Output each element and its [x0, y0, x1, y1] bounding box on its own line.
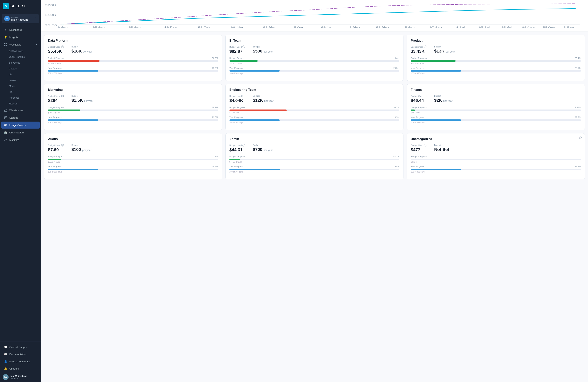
budget-metric: Budget $500 per year — [253, 45, 273, 54]
budget-progress-bar-fill — [48, 109, 80, 111]
sidebar-sub-item-fivetran[interactable]: Fivetran — [1, 101, 40, 106]
budget-used-metric: Budget Used i $5.45K — [48, 45, 64, 54]
budget-metric: Budget Not Set — [434, 144, 449, 152]
budget-used-metric: Budget Used i $82.87 — [230, 45, 245, 54]
card-admin: Admin Budget Used i $44.31 Budget $700 p… — [225, 133, 404, 179]
sidebar-item-label: Warehouses — [9, 109, 23, 112]
year-progress-bar-bg — [48, 70, 218, 72]
sidebar-item-workloads[interactable]: Workloads ▾ — [1, 41, 40, 48]
sidebar-item-label: Insights — [9, 36, 18, 39]
account-info: Account Main Account — [11, 16, 33, 21]
chevron-icon: ⌃ — [35, 17, 37, 20]
logo-icon: S — [3, 3, 9, 9]
budget-progress-section: Budget Progress 33.7% $4.04K of $12K — [230, 106, 399, 114]
sidebar-item-contact-support[interactable]: 💬 Contact Support — [1, 343, 40, 350]
sidebar: S SELECT ✦ Account Main Account ⌃ ⌂ Dash… — [0, 0, 41, 382]
svg-text:29 Jul: 29 Jul — [502, 26, 512, 28]
svg-rect-2 — [4, 45, 5, 46]
budget-used-info-icon[interactable]: i — [424, 95, 426, 97]
sidebar-sub-item-periscope[interactable]: Periscope — [1, 95, 40, 101]
sidebar-sub-item-hex[interactable]: Hex — [1, 89, 40, 95]
budget-progress-label: Budget Progress — [48, 106, 64, 108]
budget-progress-bar-fill — [48, 159, 61, 160]
year-progress-bar-bg — [230, 119, 399, 121]
budget-used-info-icon[interactable]: i — [424, 144, 426, 147]
budget-value: $13K per year — [434, 49, 455, 54]
sidebar-item-label: Storage — [9, 116, 18, 119]
sidebar-sub-item-dbt[interactable]: dbt — [1, 72, 40, 77]
budget-used-metric: Budget Used i $477 — [411, 144, 426, 152]
sidebar-item-monitors[interactable]: Monitors — [1, 136, 40, 143]
budget-metric: Budget $1.5K per year — [72, 95, 94, 103]
sidebar-item-label: Organization — [9, 131, 24, 134]
budget-used-metric: Budget Used i $4.04K — [230, 95, 245, 103]
year-progress-detail: 108 of 366 days — [230, 122, 399, 124]
sidebar-sub-item-query-patterns[interactable]: Query Patterns — [1, 54, 40, 60]
sidebar-sub-item-custom[interactable]: Custom — [1, 66, 40, 71]
year-progress-section: Year Progress 29.5% 108 of 366 days — [411, 67, 581, 74]
year-progress-section: Year Progress 29.5% 108 of 366 days — [230, 116, 399, 124]
uncategorized-info-icon[interactable]: ⓘ — [579, 137, 582, 139]
year-progress-label: Year Progress — [411, 165, 424, 168]
budget-used-info-icon[interactable]: i — [242, 95, 245, 97]
budget-used-info-icon[interactable]: i — [242, 144, 245, 147]
home-icon: ⌂ — [4, 28, 7, 32]
year-progress-section: Year Progress 29.5% 108 of 366 days — [230, 67, 399, 74]
card-engineering-team: Engineering Team Budget Used i $4.04K Bu… — [225, 84, 404, 130]
sidebar-sub-item-serverless[interactable]: Serverless — [1, 60, 40, 65]
year-progress-detail: 108 of 366 days — [48, 171, 218, 173]
budget-progress-bar-bg — [230, 60, 399, 62]
budget-progress-section: Budget Progress 16.6% $82.87 of $500 — [230, 57, 399, 64]
sidebar-item-label: Monitors — [9, 138, 19, 141]
monitors-icon — [4, 138, 7, 142]
sidebar-item-dashboard[interactable]: ⌂ Dashboard — [1, 26, 40, 33]
budget-progress-bar-bg — [230, 159, 399, 160]
budget-progress-section: Budget Progress 2.32% $46.44 of $2K — [411, 106, 581, 114]
budget-used-info-icon[interactable]: i — [61, 144, 64, 147]
budget-used-value: $46.44 — [411, 98, 426, 103]
account-switcher[interactable]: ✦ Account Main Account ⌃ — [2, 14, 39, 23]
budget-progress-label: Budget Progress — [48, 57, 64, 59]
sidebar-item-label: Dashboard — [9, 28, 22, 31]
budget-used-info-icon[interactable]: i — [61, 95, 64, 97]
budget-progress-pct: 30.3% — [212, 57, 218, 59]
budget-used-value: $4.04K — [230, 98, 245, 103]
storage-icon — [4, 116, 7, 119]
sidebar-item-warehouses[interactable]: Warehouses — [1, 107, 40, 114]
card-product: Product Budget Used i $3.43K Budget $13K… — [407, 35, 585, 81]
svg-text:17 Jun: 17 Jun — [430, 26, 442, 28]
usage-groups-icon — [4, 123, 7, 127]
sidebar-item-usage-groups[interactable]: Usage Groups — [1, 122, 40, 128]
sidebar-item-documentation[interactable]: 📖 Documentation — [1, 351, 40, 358]
year-progress-pct: 29.5% — [393, 165, 399, 168]
year-progress-detail: 108 of 366 days — [411, 122, 581, 124]
card-metrics-finance: Budget Used i $46.44 Budget $2K per year — [411, 95, 581, 103]
year-progress-label: Year Progress — [48, 67, 62, 69]
budget-progress-bar-fill — [411, 109, 415, 111]
sidebar-sub-item-looker[interactable]: Looker — [1, 78, 40, 83]
cards-grid: Data Platform Budget Used i $5.45K Budge… — [41, 32, 588, 182]
svg-text:25 Mar: 25 Mar — [263, 26, 276, 28]
sidebar-item-invite-teammate[interactable]: 👤 Invite a Teammate — [1, 358, 40, 365]
year-progress-pct: 29.5% — [393, 116, 399, 118]
card-bi-team: BI Team Budget Used i $82.87 Budget $500… — [225, 35, 404, 81]
budget-used-info-icon[interactable]: i — [242, 45, 245, 48]
sidebar-sub-item-all-workloads[interactable]: All Workloads — [1, 48, 40, 54]
budget-used-metric: Budget Used i $284 — [48, 95, 64, 103]
sidebar-item-insights[interactable]: 💡 Insights — [1, 34, 40, 41]
budget-used-info-icon[interactable]: i — [61, 45, 64, 48]
invite-icon: 👤 — [4, 360, 7, 363]
year-progress-label: Year Progress — [48, 165, 62, 168]
budget-progress-bar-fill — [230, 60, 258, 62]
budget-used-info-icon[interactable]: i — [424, 45, 426, 48]
budget-progress-bar-bg — [48, 109, 218, 111]
year-progress-pct: 29.5% — [575, 116, 581, 118]
sidebar-item-updates[interactable]: 🔔 Updates — [1, 365, 40, 372]
sidebar-item-storage[interactable]: Storage — [1, 114, 40, 121]
svg-point-6 — [5, 125, 6, 126]
budget-progress-detail: $5.45K of $18K — [48, 63, 218, 64]
sidebar-item-organization[interactable]: 🏢 Organization — [1, 129, 40, 136]
sidebar-sub-item-mode[interactable]: Mode — [1, 84, 40, 89]
support-icon: 💬 — [4, 345, 7, 349]
budget-metric: Budget $100 per year — [72, 144, 92, 152]
